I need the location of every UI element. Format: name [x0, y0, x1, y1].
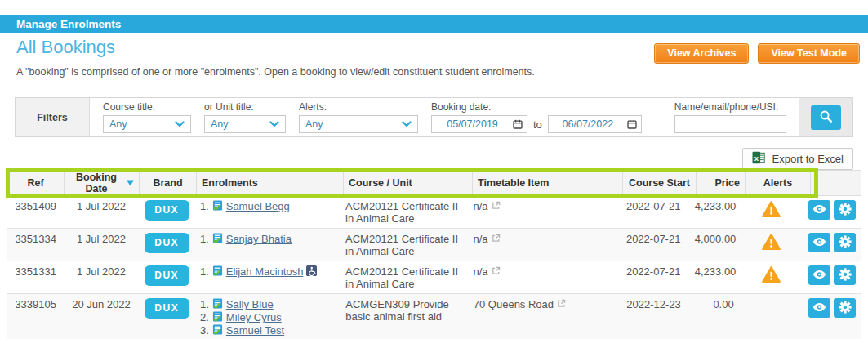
eye-icon — [812, 237, 826, 249]
page-title: All Bookings — [16, 37, 115, 58]
course-start-cell: 2022-07-21 — [617, 261, 690, 293]
timetable-text: n/a — [473, 200, 487, 212]
external-link-icon[interactable] — [492, 233, 501, 245]
external-link-icon[interactable] — [492, 200, 501, 212]
calendar-icon[interactable] — [627, 119, 637, 129]
enrolment-form-icon[interactable] — [212, 324, 223, 337]
brand-badge: DUX — [145, 265, 189, 286]
price-cell: 4,000.00 — [690, 229, 739, 261]
column-header-timetable-item[interactable]: Timetable Item — [473, 171, 623, 195]
settings-button[interactable] — [834, 298, 856, 318]
enrolment-number: 1. — [200, 233, 209, 245]
column-header-alerts[interactable]: Alerts — [746, 171, 811, 195]
timetable-cell: n/a — [468, 229, 617, 261]
student-link[interactable]: Elijah Macintosh — [226, 265, 304, 278]
ref-cell: 3351331 — [7, 261, 64, 293]
settings-button[interactable] — [834, 200, 856, 220]
settings-button[interactable] — [834, 265, 856, 285]
column-header-booking-date[interactable]: Booking Date — [65, 171, 140, 195]
unit-title-select[interactable]: Any — [204, 115, 286, 133]
brand-badge: DUX — [145, 233, 189, 253]
timetable-cell: n/a — [468, 196, 617, 228]
alerts-select[interactable]: Any — [299, 115, 418, 133]
keyword-input[interactable] — [674, 115, 786, 133]
ref-cell: 3339105 — [7, 294, 64, 339]
price-cell: 4,233.00 — [690, 261, 739, 293]
enrolment-form-icon[interactable] — [212, 265, 223, 279]
gear-icon — [839, 268, 852, 283]
booking-date-from-input[interactable]: 05/07/2019 — [431, 115, 527, 133]
external-link-icon[interactable] — [557, 298, 566, 310]
booking-date-to-input[interactable]: 06/07/2022 — [548, 115, 642, 133]
timetable-cell: n/a — [468, 261, 617, 293]
ref-cell: 3351334 — [7, 229, 64, 261]
eye-icon — [812, 302, 826, 314]
view-archives-button[interactable]: View Archives — [654, 43, 749, 64]
search-button[interactable] — [811, 105, 841, 130]
student-link[interactable]: Sally Blue — [226, 298, 274, 310]
booking-date-cell: 1 Jul 2022 — [64, 229, 138, 261]
enrolment-item: 3. Samuel Test — [200, 324, 336, 337]
column-header-ref[interactable]: Ref — [7, 171, 65, 195]
view-booking-button[interactable] — [808, 265, 830, 285]
alerts-cell — [739, 294, 803, 339]
student-link[interactable]: Sanjay Bhatia — [226, 233, 292, 245]
ref-cell: 3351409 — [7, 196, 64, 228]
enrolment-item: 1. Elijah Macintosh — [200, 265, 336, 278]
enrolment-form-icon[interactable] — [212, 311, 223, 324]
student-link[interactable]: Samuel Test — [226, 324, 284, 337]
student-link[interactable]: Miley Cyrus — [226, 311, 282, 323]
student-link[interactable]: Samuel Begg — [226, 200, 290, 212]
export-to-excel-button[interactable]: x Export to Excel — [742, 148, 853, 170]
booking-date-to-value: 06/07/2022 — [549, 118, 627, 130]
view-booking-button[interactable] — [808, 233, 830, 252]
warning-icon[interactable] — [762, 266, 781, 285]
timetable-cell: 70 Queens Road — [469, 294, 617, 339]
eye-icon — [812, 204, 826, 216]
column-header-course-unit[interactable]: Course / Unit — [344, 171, 473, 195]
alerts-cell — [739, 229, 803, 261]
actions-cell — [803, 196, 861, 228]
warning-icon[interactable] — [762, 234, 781, 252]
enrolments-cell: 1. Sally Blue 2. Miley Cyrus 3. — [195, 294, 341, 339]
view-booking-button[interactable] — [808, 200, 830, 220]
accessibility-icon — [306, 265, 317, 279]
enrolment-form-icon[interactable] — [212, 233, 223, 246]
column-header-actions — [811, 171, 861, 195]
timetable-text: n/a — [473, 233, 487, 245]
calendar-icon[interactable] — [513, 119, 523, 129]
settings-button[interactable] — [834, 233, 856, 252]
course-start-cell: 2022-12-23 — [617, 294, 690, 339]
enrolments-cell: 1. Sanjay Bhatia — [195, 229, 341, 261]
enrolment-form-icon[interactable] — [212, 200, 223, 213]
table-row: 3351334 1 Jul 2022 DUX 1. Sanjay Bhatia … — [7, 229, 861, 261]
booking-date-cell: 20 Jun 2022 — [64, 294, 138, 339]
brand-badge: DUX — [145, 298, 189, 319]
enrolment-item: 2. Miley Cyrus — [200, 311, 336, 323]
actions-cell — [803, 229, 861, 261]
enrolment-number: 3. — [200, 324, 209, 337]
column-header-price[interactable]: Price — [697, 171, 746, 195]
enrolment-item: 1. Sanjay Bhatia — [200, 233, 336, 245]
chevron-down-icon — [175, 121, 185, 127]
course-unit-cell: ACMGEN309 Provide basic animal first aid — [341, 294, 469, 339]
column-header-brand[interactable]: Brand — [140, 171, 197, 195]
keyword-label: Name/email/phone/USI: — [674, 101, 786, 113]
keyword-filter: Name/email/phone/USI: — [674, 98, 786, 136]
column-header-course-start[interactable]: Course Start — [623, 171, 697, 195]
view-test-mode-button[interactable]: View Test Mode — [758, 43, 860, 64]
section-divider — [7, 145, 861, 145]
view-booking-button[interactable] — [808, 298, 830, 318]
course-title-select[interactable]: Any — [103, 115, 191, 133]
enrolment-item: 1. Samuel Begg — [200, 200, 336, 212]
column-header-enrolments[interactable]: Enrolments — [197, 171, 344, 195]
enrolment-form-icon[interactable] — [212, 298, 223, 311]
external-link-icon[interactable] — [492, 265, 501, 278]
warning-icon[interactable] — [762, 201, 781, 220]
bookings-table: Ref Booking Date Brand Enrolments Course… — [7, 170, 861, 339]
booking-date-from-value: 05/07/2019 — [432, 118, 513, 130]
table-header-row: Ref Booking Date Brand Enrolments Course… — [7, 171, 861, 196]
alerts-filter: Alerts: Any — [299, 98, 418, 136]
course-unit-cell: ACM20121 Certificate II in Animal Care — [341, 229, 468, 261]
price-cell: 4,233.00 — [690, 196, 739, 228]
